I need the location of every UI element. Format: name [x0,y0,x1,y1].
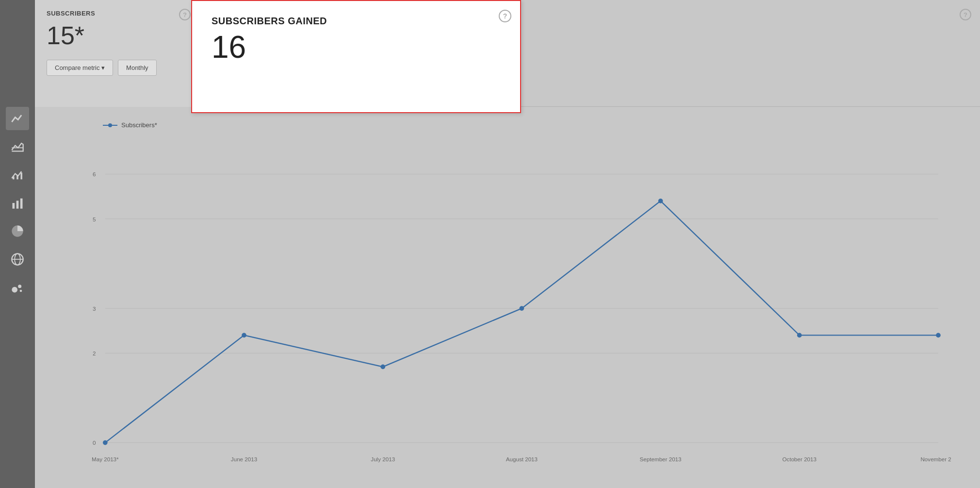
y-label-6: 6 [93,171,96,177]
y-label-0: 0 [93,439,96,446]
legend-label: Subscribers* [121,121,157,129]
chart-polyline [105,201,938,443]
monthly-button[interactable]: Monthly [118,60,157,76]
x-label-september: September 2013 [640,456,682,462]
y-label-3: 3 [93,305,96,312]
subscribers-gained-title: SUBSCRIBERS GAINED [212,16,501,27]
top-right-help-icon[interactable]: ? [960,9,971,20]
svg-point-11 [18,285,21,288]
sidebar-item-area-chart[interactable] [6,135,29,158]
dot-may [103,440,108,445]
sidebar-item-combined-chart[interactable] [6,163,29,186]
bar-chart-icon [11,196,24,210]
svg-point-12 [20,290,22,292]
x-label-may: May 2013* [92,456,119,462]
subscribers-label: SUBSCRIBERS [47,10,188,17]
chart-area: Subscribers* 0 2 3 5 6 [35,107,980,488]
svg-rect-5 [16,201,19,208]
chart-legend: Subscribers* [103,121,951,129]
svg-rect-6 [20,199,23,209]
bubble-chart-icon [11,281,24,294]
line-chart-icon [11,112,24,125]
metric-controls: Compare metric ▾ Monthly [47,60,188,76]
svg-point-10 [12,287,17,293]
sidebar-item-line-chart[interactable] [6,107,29,130]
tooltip-help-icon[interactable]: ? [499,10,511,22]
combined-chart-icon [11,168,24,182]
x-label-august: August 2013 [506,456,538,462]
dot-october [797,333,802,338]
sidebar-item-bar-chart[interactable] [6,191,29,215]
sidebar-item-bubble-chart[interactable] [6,276,29,299]
line-chart-svg: 0 2 3 5 6 May 2013* June 2013 Ju [74,136,951,466]
chart-container: 0 2 3 5 6 May 2013* June 2013 Ju [74,136,951,466]
globe-chart-icon [11,252,24,266]
x-label-june: June 2013 [231,456,257,462]
subscribers-value: 15* [47,21,188,50]
area-chart-icon [11,140,24,153]
dot-november [936,333,941,338]
compare-metric-button[interactable]: Compare metric ▾ [47,60,113,76]
sidebar-item-pie-chart[interactable] [6,219,29,243]
svg-rect-4 [13,203,15,209]
dot-september [658,199,663,203]
sidebar-item-globe-chart[interactable] [6,248,29,271]
metrics-row: SUBSCRIBERS 15* Compare metric ▾ Monthly… [35,0,980,107]
subscribers-card: SUBSCRIBERS 15* Compare metric ▾ Monthly… [35,0,200,107]
dot-july [380,365,385,370]
subscribers-gained-tooltip: SUBSCRIBERS GAINED 16 ? [191,0,521,113]
y-label-2: 2 [93,350,96,356]
x-label-october: October 2013 [783,456,817,462]
subscribers-help-icon[interactable]: ? [179,9,191,20]
legend-line-indicator [103,125,117,126]
subscribers-gained-value: 16 [212,32,501,63]
y-label-5: 5 [93,216,96,222]
x-label-november: November 2... [920,456,951,462]
dot-august [520,306,524,311]
dot-june [242,333,246,338]
main-content: SUBSCRIBERS 15* Compare metric ▾ Monthly… [35,0,980,488]
x-label-july: July 2013 [371,456,395,462]
sidebar [0,0,35,488]
pie-chart-icon [11,224,24,238]
